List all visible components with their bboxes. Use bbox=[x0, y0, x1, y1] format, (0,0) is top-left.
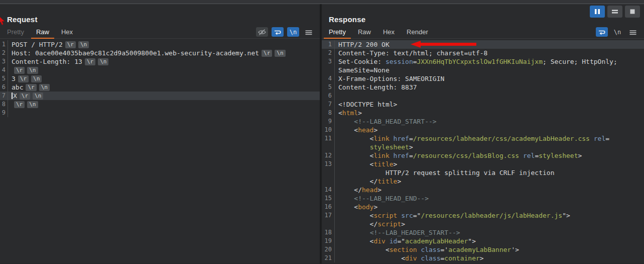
line-number bbox=[322, 168, 335, 177]
response-line-4[interactable]: 4X-Frame-Options: SAMEORIGIN bbox=[322, 74, 644, 83]
request-line-6[interactable]: 6abc\r\n bbox=[0, 83, 320, 92]
line-number: 10 bbox=[322, 126, 335, 134]
request-line-2[interactable]: 2Host: 0ace00e4035bae9c81c2d9a5009800e1.… bbox=[0, 49, 320, 57]
rows-layout-button[interactable] bbox=[607, 6, 622, 18]
response-line-3[interactable]: 3Set-Cookie: session=JXXn6HqTbYCxpxtslOw… bbox=[322, 57, 644, 66]
tab-raw[interactable]: Raw bbox=[30, 26, 55, 38]
request-line-3[interactable]: 3Content-Length: 13\r\n bbox=[0, 57, 320, 66]
line-number: 18 bbox=[322, 228, 335, 237]
wrap-lines-icon[interactable] bbox=[596, 27, 608, 37]
code-text: <section class='academyLabBanner'> bbox=[335, 245, 519, 254]
response-line-10[interactable]: 10 <head> bbox=[322, 126, 644, 134]
code-text: </head> bbox=[335, 186, 381, 194]
response-line-13-wrap-1[interactable]: HTTP/2 request splitting via CRLF inject… bbox=[322, 168, 644, 177]
code-text: HTTP/2 200 OK bbox=[335, 40, 390, 49]
tab-render[interactable]: Render bbox=[401, 26, 434, 38]
code-text: X\r\n bbox=[8, 92, 43, 100]
code-text: </title> bbox=[335, 177, 401, 186]
response-line-20[interactable]: 20 <section class='academyLabBanner'> bbox=[322, 245, 644, 254]
menu-icon[interactable] bbox=[303, 27, 315, 37]
columns-layout-button[interactable] bbox=[590, 6, 605, 18]
wrap-lines-icon[interactable] bbox=[272, 27, 284, 37]
response-line-14[interactable]: 14 </head> bbox=[322, 186, 644, 194]
newline-chars-icon[interactable]: \n bbox=[611, 27, 623, 37]
tab-pretty[interactable]: Pretty bbox=[323, 26, 352, 38]
line-number: 19 bbox=[322, 237, 335, 245]
code-text: </script> bbox=[335, 220, 405, 228]
line-number: 8 bbox=[322, 109, 335, 117]
line-number: 9 bbox=[0, 109, 8, 117]
request-line-4[interactable]: 4\r\n bbox=[0, 66, 320, 74]
request-line-5[interactable]: 53\r\n bbox=[0, 74, 320, 83]
response-line-21[interactable]: 21 <div class=container> bbox=[322, 254, 644, 262]
request-line-8[interactable]: 8\r\n bbox=[0, 100, 320, 109]
response-line-11-wrap-1[interactable]: stylesheet> bbox=[322, 143, 644, 151]
text-caret bbox=[12, 93, 13, 99]
line-number: 14 bbox=[322, 186, 335, 194]
single-layout-button[interactable] bbox=[625, 6, 640, 18]
code-text: Set-Cookie: session=JXXn6HqTbYCxpxtslOw1… bbox=[335, 57, 617, 66]
code-text: POST / HTTP/2\r\n bbox=[8, 40, 89, 49]
code-text: X-Frame-Options: SAMEORIGIN bbox=[335, 74, 444, 83]
code-text: Host: 0ace00e4035bae9c81c2d9a5009800e1.w… bbox=[8, 49, 286, 57]
tab-hex[interactable]: Hex bbox=[377, 26, 401, 38]
crlf-chip: \r bbox=[85, 58, 95, 65]
crlf-chip: \r bbox=[14, 67, 25, 74]
response-line-1[interactable]: 1HTTP/2 200 OK bbox=[322, 40, 644, 49]
response-editor[interactable]: 1HTTP/2 200 OK2Content-Type: text/html; … bbox=[322, 39, 644, 263]
eye-off-icon[interactable] bbox=[256, 27, 268, 37]
response-line-5[interactable]: 5Content-Length: 8837 bbox=[322, 83, 644, 92]
line-number: 11 bbox=[322, 134, 335, 143]
request-editor[interactable]: 1POST / HTTP/2\r\n2Host: 0ace00e4035bae9… bbox=[0, 39, 320, 263]
response-line-9[interactable]: 9 <!--LAB_HEAD_START--> bbox=[322, 117, 644, 126]
request-tabbar: PrettyRawHex\n bbox=[0, 26, 320, 39]
response-line-8[interactable]: 8<html> bbox=[322, 109, 644, 117]
request-line-1[interactable]: 1POST / HTTP/2\r\n bbox=[0, 40, 320, 49]
crlf-chip: \n bbox=[275, 50, 285, 57]
newline-chars-icon[interactable]: \n bbox=[287, 27, 299, 37]
response-line-13[interactable]: 13 <title> bbox=[322, 160, 644, 168]
line-number: 7 bbox=[322, 100, 335, 109]
crlf-chip: \n bbox=[33, 93, 43, 100]
line-number: 3 bbox=[322, 57, 335, 66]
code-text: <!--LAB_HEAD_START--> bbox=[335, 117, 437, 126]
code-text: Content-Length: 13\r\n bbox=[8, 57, 108, 66]
code-text: 3\r\n bbox=[8, 74, 42, 83]
line-number: 21 bbox=[322, 254, 335, 262]
line-number: 5 bbox=[0, 74, 8, 83]
response-line-18[interactable]: 18 <!--LAB_HEADER_START--> bbox=[322, 228, 644, 237]
response-line-17-wrap-1[interactable]: </script> bbox=[322, 220, 644, 228]
tab-pretty[interactable]: Pretty bbox=[1, 26, 30, 38]
code-text: <!DOCTYPE html> bbox=[335, 100, 397, 109]
code-text: <!--LAB_HEAD_END--> bbox=[335, 194, 429, 203]
response-line-11[interactable]: 11 <link href=/resources/labheader/css/a… bbox=[322, 134, 644, 143]
tab-raw[interactable]: Raw bbox=[352, 26, 377, 38]
code-text: <link href=/resources/labheader/css/acad… bbox=[335, 134, 609, 143]
code-text: Content-Length: 8837 bbox=[335, 83, 417, 92]
crlf-chip: \n bbox=[78, 41, 89, 48]
crlf-chip: \n bbox=[98, 58, 108, 65]
menu-icon[interactable] bbox=[627, 27, 639, 37]
response-line-15[interactable]: 15 <!--LAB_HEAD_END--> bbox=[322, 194, 644, 203]
tab-hex[interactable]: Hex bbox=[55, 26, 79, 38]
response-line-7[interactable]: 7<!DOCTYPE html> bbox=[322, 100, 644, 109]
crlf-chip: \n bbox=[27, 67, 38, 74]
line-number: 5 bbox=[322, 83, 335, 92]
response-line-13-wrap-2[interactable]: </title> bbox=[322, 177, 644, 186]
code-text: Content-Type: text/html; charset=utf-8 bbox=[335, 49, 487, 57]
response-line-12[interactable]: 12 <link href=/resources/css/labsBlog.cs… bbox=[322, 151, 644, 160]
code-text: <link href=/resources/css/labsBlog.css r… bbox=[335, 151, 582, 160]
request-line-9[interactable]: 9 bbox=[0, 109, 320, 117]
response-line-2[interactable]: 2Content-Type: text/html; charset=utf-8 bbox=[322, 49, 644, 57]
response-line-6[interactable]: 6 bbox=[322, 92, 644, 100]
response-line-17[interactable]: 17 <script src="/resources/labheader/js/… bbox=[322, 211, 644, 220]
crlf-chip: \n bbox=[31, 75, 42, 82]
request-line-7[interactable]: 7X\r\n bbox=[0, 92, 320, 100]
line-number bbox=[322, 177, 335, 186]
mouse-cursor-icon bbox=[0, 16, 6, 26]
request-panel-header: Request bbox=[0, 4, 320, 26]
line-number: 20 bbox=[322, 245, 335, 254]
response-line-16[interactable]: 16 <body> bbox=[322, 203, 644, 211]
response-line-19[interactable]: 19 <div id="academyLabHeader"> bbox=[322, 237, 644, 245]
response-line-3-wrap-1[interactable]: SameSite=None bbox=[322, 66, 644, 74]
